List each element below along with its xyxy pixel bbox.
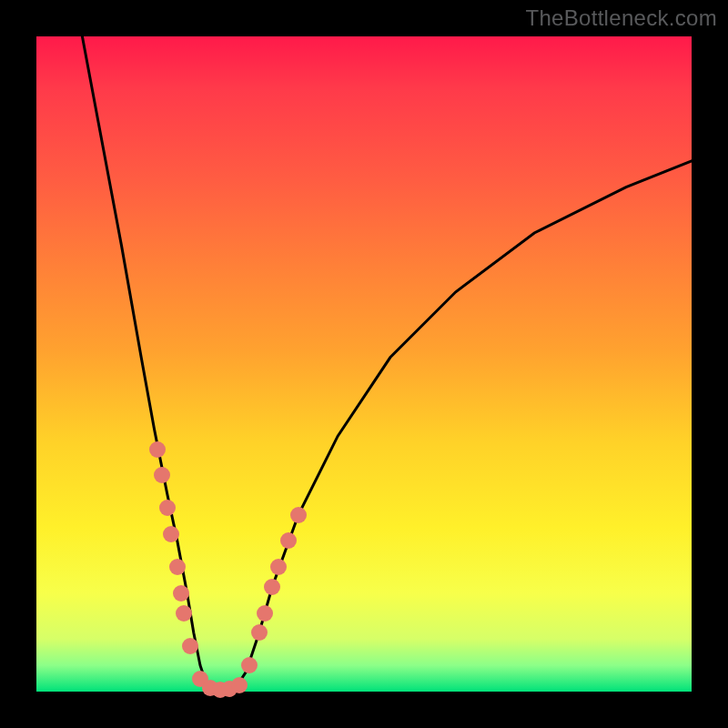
marker-dot: [257, 605, 273, 622]
marker-dot: [154, 467, 170, 483]
marker-dot: [176, 605, 192, 622]
marker-dot: [251, 624, 268, 641]
plot-area: [36, 36, 692, 692]
marker-dot: [264, 579, 280, 595]
marker-dot: [270, 559, 287, 575]
marker-dot: [159, 500, 176, 516]
chart-container: TheBottleneck.com: [0, 0, 728, 728]
marker-dot: [231, 677, 248, 693]
marker-dot: [290, 507, 307, 523]
marker-dot: [173, 585, 189, 602]
marker-dot: [280, 532, 297, 549]
marker-dot: [149, 441, 166, 458]
watermark-text: TheBottleneck.com: [525, 5, 717, 31]
marker-dot: [182, 638, 198, 654]
marker-dot: [169, 559, 186, 575]
marker-dot: [163, 526, 179, 542]
curve-svg: [36, 36, 692, 692]
marker-dot: [241, 657, 258, 673]
